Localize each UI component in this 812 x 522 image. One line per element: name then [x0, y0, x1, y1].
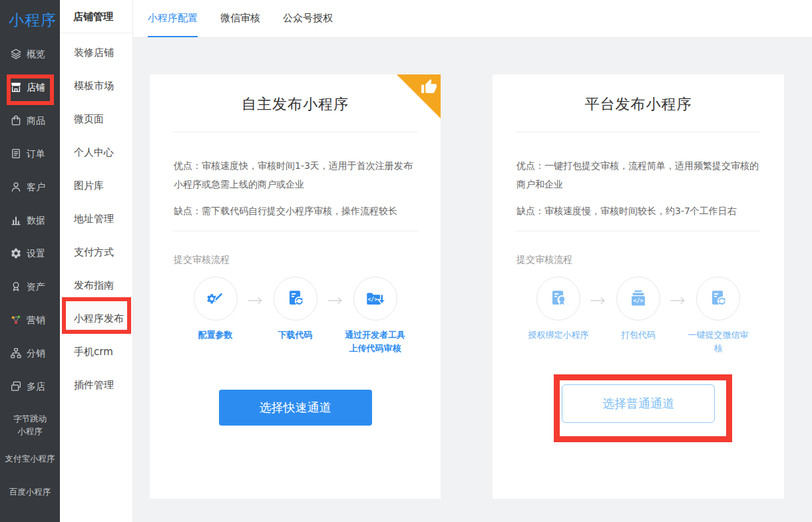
step-label: 配置参数 [198, 328, 233, 342]
step-label: 下载代码 [278, 328, 313, 342]
arrow-right-icon [590, 297, 606, 355]
step-upload-code: </> 通过开发者工具上传代码审核 [343, 277, 407, 355]
auth-bind-icon [536, 277, 580, 321]
sidebar-item-bytedance-miniprogram[interactable]: 字节跳动 小程序 [0, 408, 60, 442]
tab-official-account-auth[interactable]: 公众号授权 [283, 0, 333, 37]
process-label: 提交审核流程 [174, 254, 417, 266]
sidebar-item-label: 商品 [27, 115, 45, 127]
cons-text: 缺点：审核速度慢，审核时间较长，约3-7个工作日右 [516, 201, 760, 220]
package-code-icon: </> [616, 277, 660, 321]
sidebar-item-label: 分销 [27, 348, 45, 360]
card-description: 优点：审核速度快，审核时间1-3天，适用于首次注册发布小程序或急需上线的商户或企… [174, 156, 417, 220]
arrow-right-icon [327, 297, 343, 355]
sidebar-item-marketing[interactable]: 营销 [0, 304, 60, 337]
divider [516, 231, 761, 231]
divider [516, 132, 761, 132]
submenu-item-template-market[interactable]: 模板市场 [60, 69, 132, 102]
config-params-icon [194, 277, 238, 321]
data-icon [10, 214, 22, 228]
platform-publish-card: 平台发布小程序 优点：一键打包提交审核，流程简单，适用频繁提交审核的商户和企业 … [493, 74, 784, 499]
sidebar-item-settings[interactable]: 设置 [0, 237, 60, 271]
card-description: 优点：一键打包提交审核，流程简单，适用频繁提交审核的商户和企业 缺点：审核速度慢… [516, 156, 760, 220]
sidebar-item-label: 店铺 [27, 82, 45, 94]
marketing-icon [10, 314, 22, 328]
submenu-item-publish-guide[interactable]: 发布指南 [60, 269, 132, 302]
secondary-sidebar: 店铺管理 装修店铺 模板市场 微页面 个人中心 图片库 地址管理 支付方式 发布… [60, 0, 133, 522]
submenu-item-payment-method[interactable]: 支付方式 [60, 235, 132, 269]
fast-channel-button[interactable]: 选择快速通道 [219, 390, 372, 426]
cons-text: 缺点：需下载代码自行提交小程序审核，操作流程较长 [174, 201, 417, 220]
pros-text: 优点：一键打包提交审核，流程简单，适用频繁提交审核的商户和企业 [516, 156, 760, 194]
divider [173, 132, 417, 132]
submenu-item-mobile-crm[interactable]: 手机crm [60, 335, 132, 368]
orders-icon [10, 148, 22, 162]
tab-wechat-review[interactable]: 微信审核 [220, 0, 260, 37]
sidebar-item-overview[interactable]: 概览 [0, 38, 60, 71]
step-submit-review: 一键提交微信审核 [686, 277, 750, 355]
process-steps: 授权绑定小程序 </> 打包代码 [493, 277, 784, 355]
sidebar-item-assets[interactable]: 资产 [0, 271, 60, 304]
settings-icon [10, 247, 22, 261]
process-steps: 配置参数 下载代码 [150, 277, 441, 355]
normal-channel-button[interactable]: 选择普通通道 [562, 384, 715, 423]
step-label: 打包代码 [621, 328, 656, 342]
upload-code-icon: </> [353, 277, 397, 321]
shop-icon [10, 81, 22, 95]
recommended-ribbon [397, 74, 441, 118]
sidebar-item-multistore[interactable]: 多店 [0, 370, 60, 404]
sidebar-item-label: 设置 [27, 248, 45, 260]
primary-sidebar: 小程序 概览 店铺 商品 订单 客户 数据 设置 [0, 0, 60, 522]
goods-icon [10, 114, 22, 128]
code-glyph-text: </> [633, 297, 643, 304]
submenu-item-miniprogram-publish[interactable]: 小程序发布 [60, 302, 132, 335]
step-download-code: 下载代码 [264, 277, 327, 355]
arrow-right-icon [670, 297, 686, 355]
sidebar-item-label: 营销 [27, 315, 45, 326]
submit-review-icon [696, 277, 740, 321]
tab-miniprogram-config[interactable]: 小程序配置 [148, 0, 198, 37]
step-label: 授权绑定小程序 [528, 328, 589, 342]
sidebar-item-orders[interactable]: 订单 [0, 138, 60, 171]
multistore-icon [10, 380, 22, 394]
submenu-item-plugin-manage[interactable]: 插件管理 [60, 368, 132, 402]
sidebar-item-label: 概览 [27, 49, 45, 61]
sidebar-item-alipay-miniprogram[interactable]: 支付宝小程序 [0, 442, 60, 475]
step-label: 一键提交微信审核 [686, 328, 750, 355]
process-label: 提交审核流程 [516, 254, 760, 266]
app-root: 小程序 概览 店铺 商品 订单 客户 数据 设置 [0, 0, 812, 522]
distribution-icon [10, 347, 22, 361]
submenu-title: 店铺管理 [60, 0, 132, 33]
sidebar-item-label: 订单 [27, 148, 45, 160]
app-logo: 小程序 [0, 0, 60, 38]
sidebar-item-label: 多店 [27, 381, 45, 393]
submenu-item-address-manage[interactable]: 地址管理 [60, 202, 132, 235]
submenu-item-image-library[interactable]: 图片库 [60, 169, 132, 202]
tab-bar: 小程序配置 微信审核 公众号授权 [133, 0, 812, 38]
main-content: 自主发布小程序 优点：审核速度快，审核时间1-3天，适用于首次注册发布小程序或急… [133, 38, 812, 522]
submenu-item-personal-center[interactable]: 个人中心 [60, 136, 132, 169]
sidebar-item-data[interactable]: 数据 [0, 204, 60, 237]
sidebar-item-label: 客户 [27, 182, 45, 194]
sidebar-item-baidu-miniprogram[interactable]: 百度小程序 [0, 475, 60, 508]
arrow-right-icon [248, 297, 264, 355]
sidebar-item-label: 资产 [27, 281, 45, 293]
customers-icon [10, 181, 22, 195]
submenu-item-micro-page[interactable]: 微页面 [60, 102, 132, 136]
step-config-params: 配置参数 [184, 277, 248, 355]
sidebar-item-label: 数据 [27, 215, 45, 227]
step-auth-bind: 授权绑定小程序 [526, 277, 590, 355]
submenu-item-decorate-shop[interactable]: 装修店铺 [60, 36, 132, 69]
pros-text: 优点：审核速度快，审核时间1-3天，适用于首次注册发布小程序或急需上线的商户或企… [174, 156, 417, 194]
self-publish-card: 自主发布小程序 优点：审核速度快，审核时间1-3天，适用于首次注册发布小程序或急… [150, 74, 441, 499]
sidebar-item-goods[interactable]: 商品 [0, 104, 60, 138]
assets-icon [10, 281, 22, 295]
sidebar-item-distribution[interactable]: 分销 [0, 337, 60, 370]
sidebar-item-shop[interactable]: 店铺 [0, 71, 60, 104]
divider [173, 231, 417, 231]
code-glyph-text: </> [367, 297, 377, 303]
sidebar-item-customers[interactable]: 客户 [0, 171, 60, 204]
overview-icon [10, 48, 22, 62]
download-code-icon [274, 277, 317, 321]
step-package-code: </> 打包代码 [606, 277, 670, 355]
step-label: 通过开发者工具上传代码审核 [343, 328, 407, 355]
